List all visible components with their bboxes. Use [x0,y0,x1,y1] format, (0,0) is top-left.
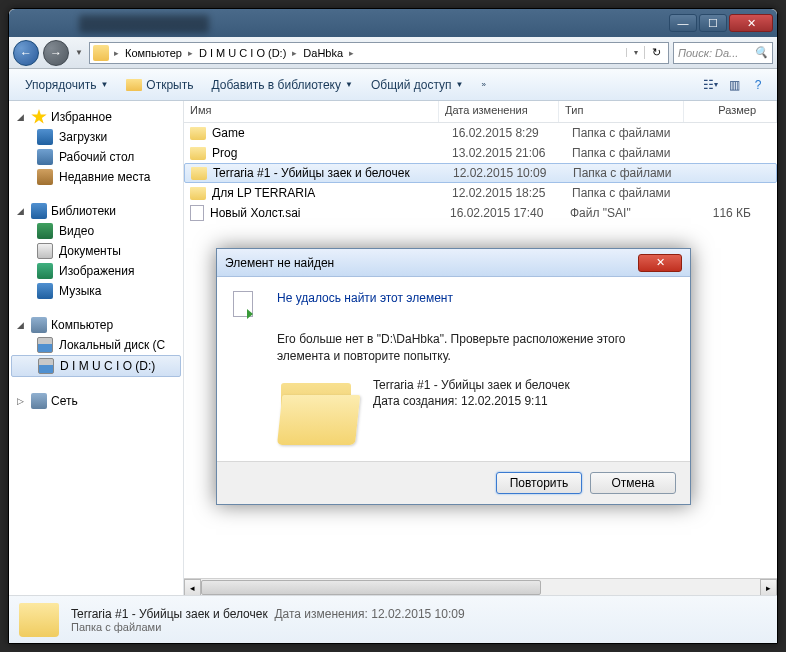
sidebar-libraries[interactable]: ◢Библиотеки [9,201,183,221]
file-date: 12.02.2015 10:09 [453,166,573,180]
file-date: 12.02.2015 18:25 [452,186,572,200]
sidebar-item-downloads[interactable]: Загрузки [9,127,183,147]
move-pages-icon [233,291,265,323]
file-name: Terraria #1 - Убийцы заек и белочек [213,166,453,180]
recent-icon [37,169,53,185]
toolbar: Упорядочить▼ Открыть Добавить в библиоте… [9,69,777,101]
computer-icon [31,317,47,333]
add-to-library-menu[interactable]: Добавить в библиотеку▼ [203,74,360,96]
sidebar-computer[interactable]: ◢Компьютер [9,315,183,335]
retry-button[interactable]: Повторить [496,472,582,494]
sidebar-item-videos[interactable]: Видео [9,221,183,241]
twisty-icon: ▷ [17,396,27,406]
scroll-right-button[interactable]: ▸ [760,579,777,595]
dialog-close-button[interactable]: ✕ [638,254,682,272]
column-headers: Имя Дата изменения Тип Размер [184,101,777,123]
address-bar[interactable]: ▸ Компьютер ▸ D I M U C I O (D:) ▸ DaHbk… [89,42,669,64]
sidebar-item-pictures[interactable]: Изображения [9,261,183,281]
file-row[interactable]: Game16.02.2015 8:29Папка с файлами [184,123,777,143]
search-input[interactable]: Поиск: Da... 🔍 [673,42,773,64]
file-row[interactable]: Terraria #1 - Убийцы заек и белочек12.02… [184,163,777,183]
forward-button[interactable]: → [43,40,69,66]
sidebar-network[interactable]: ▷Сеть [9,391,183,411]
help-button[interactable]: ? [747,74,769,96]
search-placeholder: Поиск: Da... [678,47,738,59]
dialog-created-date: 12.02.2015 9:11 [461,394,548,408]
minimize-button[interactable]: — [669,14,697,32]
sidebar-item-desktop[interactable]: Рабочий стол [9,147,183,167]
sidebar: ◢Избранное Загрузки Рабочий стол Недавни… [9,101,184,595]
col-date[interactable]: Дата изменения [439,101,559,122]
dialog-title: Элемент не найден [225,256,334,270]
video-icon [37,223,53,239]
titlebar[interactable]: — ☐ ✕ [9,9,777,37]
status-date: 12.02.2015 10:09 [371,607,464,621]
scroll-thumb[interactable] [201,580,541,595]
breadcrumb-seg[interactable]: D I M U C I O (D:) [195,47,290,59]
title-blur [79,15,209,33]
chevron-right-icon[interactable]: ▸ [290,48,299,58]
dialog-heading: Не удалось найти этот элемент [277,291,453,323]
chevron-right-icon[interactable]: ▸ [186,48,195,58]
chevron-right-icon[interactable]: ▸ [347,48,356,58]
file-date: 16.02.2015 17:40 [450,206,570,220]
nav-history-drop-icon[interactable]: ▼ [73,40,85,66]
more-menu[interactable]: » [473,76,493,93]
maximize-button[interactable]: ☐ [699,14,727,32]
document-icon [37,243,53,259]
dialog-body-text: Его больше нет в "D:\DaHbka". Проверьте … [277,331,674,365]
chevron-raquo-icon: » [481,80,485,89]
h-scrollbar[interactable]: ◂ ▸ [184,578,777,595]
view-mode-button[interactable]: ☷▾ [699,74,721,96]
network-icon [31,393,47,409]
folder-large-icon [277,377,357,447]
file-icon [190,205,204,221]
music-icon [37,283,53,299]
twisty-icon: ◢ [17,206,27,216]
chevron-down-icon: ▼ [456,80,464,89]
back-button[interactable]: ← [13,40,39,66]
pictures-icon [37,263,53,279]
refresh-icon[interactable]: ↻ [644,46,668,59]
sidebar-item-documents[interactable]: Документы [9,241,183,261]
sidebar-item-disk-d[interactable]: D I M U C I O (D:) [11,355,181,377]
cancel-button[interactable]: Отмена [590,472,676,494]
address-drop-icon[interactable]: ▾ [626,48,644,57]
status-name: Terraria #1 - Убийцы заек и белочек [71,607,268,621]
sidebar-item-disk-c[interactable]: Локальный диск (C [9,335,183,355]
file-row[interactable]: Новый Холст.sai16.02.2015 17:40Файл "SAI… [184,203,777,223]
disk-icon [37,337,53,353]
sidebar-item-music[interactable]: Музыка [9,281,183,301]
open-button[interactable]: Открыть [118,74,201,96]
sidebar-favorites[interactable]: ◢Избранное [9,107,183,127]
twisty-icon: ◢ [17,112,27,122]
breadcrumb-seg[interactable]: Компьютер [121,47,186,59]
file-row[interactable]: Prog13.02.2015 21:06Папка с файлами [184,143,777,163]
preview-pane-button[interactable]: ▥ [723,74,745,96]
file-type: Папка с файлами [572,186,697,200]
file-name: Prog [212,146,452,160]
file-size: 116 КБ [695,206,771,220]
folder-icon [191,167,207,180]
scroll-left-button[interactable]: ◂ [184,579,201,595]
close-button[interactable]: ✕ [729,14,773,32]
dialog-item-name: Terraria #1 - Убийцы заек и белочек [373,377,570,394]
folder-icon [190,127,206,140]
chevron-right-icon[interactable]: ▸ [112,48,121,58]
organize-menu[interactable]: Упорядочить▼ [17,74,116,96]
chevron-down-icon: ▼ [100,80,108,89]
share-menu[interactable]: Общий доступ▼ [363,74,472,96]
chevron-down-icon: ▼ [345,80,353,89]
file-name: Game [212,126,452,140]
col-size[interactable]: Размер [684,101,777,122]
downloads-icon [37,129,53,145]
col-name[interactable]: Имя [184,101,439,122]
desktop-icon [37,149,53,165]
col-type[interactable]: Тип [559,101,684,122]
file-row[interactable]: Для LP TERRARIA12.02.2015 18:25Папка с ф… [184,183,777,203]
breadcrumb-seg[interactable]: DaHbka [299,47,347,59]
file-type: Папка с файлами [572,126,697,140]
nav-bar: ← → ▼ ▸ Компьютер ▸ D I M U C I O (D:) ▸… [9,37,777,69]
dialog-titlebar[interactable]: Элемент не найден ✕ [217,249,690,277]
sidebar-item-recent[interactable]: Недавние места [9,167,183,187]
